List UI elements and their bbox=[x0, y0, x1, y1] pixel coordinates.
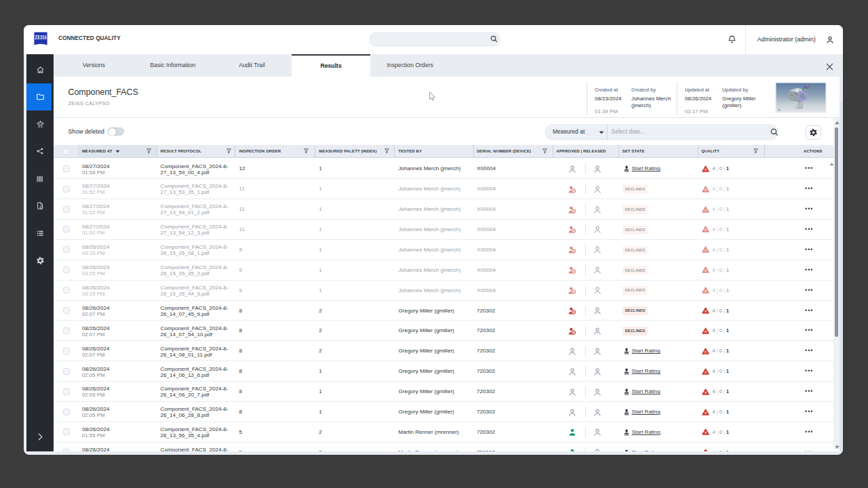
svg-text:ZEISS: ZEISS bbox=[35, 35, 47, 41]
